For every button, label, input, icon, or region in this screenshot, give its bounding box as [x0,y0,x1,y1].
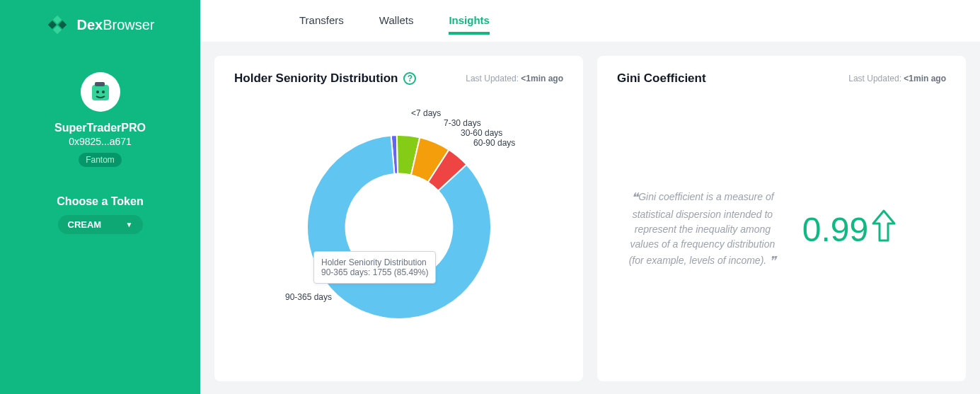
chart-label-7-30: 7-30 days [444,118,481,128]
tab-transfers[interactable]: Transfers [299,14,344,35]
gini-value: 0.99 [802,209,897,250]
token-select[interactable]: CREAM ▼ [58,215,143,234]
last-updated: Last Updated: <1min ago [848,74,946,83]
tab-insights[interactable]: Insights [449,14,490,35]
card-gini: Gini Coefficient Last Updated: <1min ago… [597,56,966,381]
quote-close-icon: ❞ [769,254,776,268]
gini-description: ❝Gini coefficient is a measure of statis… [617,188,788,271]
logo-icon [45,13,69,37]
svg-rect-5 [95,82,105,86]
avatar[interactable] [81,72,120,112]
chevron-down-icon: ▼ [126,221,133,228]
brand-logo[interactable]: DexBrowser [45,13,154,37]
wallet-address[interactable]: 0x9825...a671 [69,136,132,147]
svg-rect-0 [53,16,62,24]
card-holder-seniority: Holder Seniority Distribution ? Last Upd… [214,56,583,381]
username: SuperTraderPRO [54,122,146,134]
card-title: Holder Seniority Distribution ? [234,71,416,86]
choose-token-label: Choose a Token [57,195,143,208]
tab-wallets[interactable]: Wallets [379,14,414,35]
avatar-icon [86,78,115,106]
help-icon[interactable]: ? [403,72,416,85]
chart-label-60-90: 60-90 days [473,138,515,148]
arrow-up-icon [871,209,897,250]
last-updated: Last Updated: <1min ago [466,74,563,83]
tabs: Transfers Wallets Insights [200,0,980,42]
network-badge[interactable]: Fantom [79,153,122,167]
chart-tooltip: Holder Seniority Distribution 90-365 day… [313,251,436,284]
chart-label-90-365: 90-365 days [285,292,332,302]
quote-open-icon: ❝ [631,190,638,204]
brand-name: DexBrowser [76,17,154,33]
svg-point-6 [96,91,99,93]
main: Transfers Wallets Insights Holder Senior… [200,0,980,394]
card-title: Gini Coefficient [617,71,706,86]
chart-label-30-60: 30-60 days [461,128,502,138]
chart-label-lt7: <7 days [411,108,441,118]
sidebar: DexBrowser SuperTraderPRO 0x9825...a671 … [0,0,200,394]
token-select-value: CREAM [68,219,102,230]
svg-rect-3 [53,25,62,34]
svg-point-7 [102,91,105,93]
